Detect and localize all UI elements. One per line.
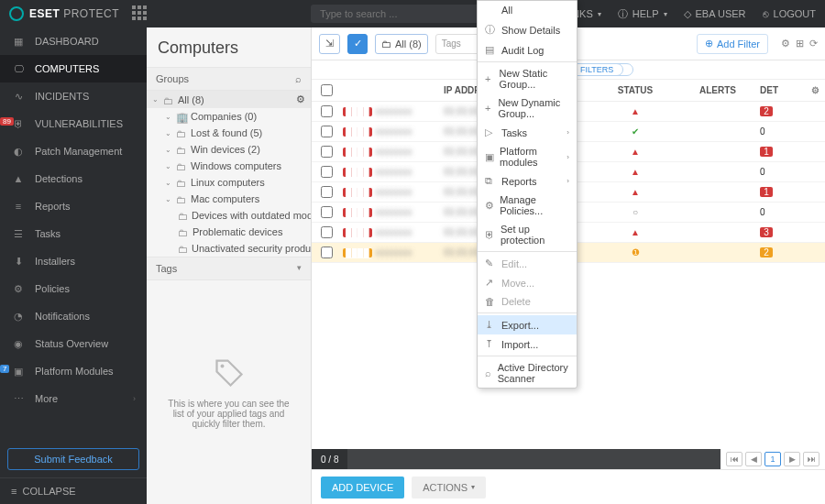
incidents-icon: ∿ [11,89,26,104]
add-device-button[interactable]: ADD DEVICE [321,477,404,499]
chevron-right-icon: › [566,177,569,185]
tree-companies[interactable]: ⌄🏢Companies (0) [147,108,311,125]
name-tag: ████ [343,148,372,157]
menu-reports[interactable]: ⧉Reports› [478,171,577,191]
warning-icon: ▲ [631,106,640,116]
menu-platform-modules[interactable]: ▣Platform modules› [478,142,577,171]
col-det[interactable]: DET [754,85,805,95]
computer-name: xxxxxxxx [376,247,412,257]
menu-setup-protection[interactable]: ⛨Set up protection [478,220,577,249]
row-checkbox[interactable] [321,126,333,137]
reports-icon: ≡ [11,199,26,214]
computer-name: xxxxxxxx [376,167,412,177]
refresh-icon[interactable]: ⟳ [809,38,818,49]
nav-more[interactable]: ⋯More› [0,385,147,412]
menu-ad-scanner[interactable]: ⌕Active Directory Scanner [478,358,577,388]
chevron-down-icon[interactable]: ▾ [297,263,302,274]
help-menu[interactable]: ⓘHELP▾ [618,7,667,21]
filter-chip-check[interactable]: ✓ [347,34,368,54]
col-alerts[interactable]: ALERTS [681,85,754,95]
search-input[interactable] [318,7,490,20]
user-menu[interactable]: ◇EBA USER [684,8,746,20]
filter-chip-scope[interactable]: 🗀All (8) [375,34,428,54]
add-filter-button[interactable]: ⊕Add Filter [697,34,768,54]
gear-icon: ⚙ [485,200,494,212]
menu-show-details[interactable]: ⓘShow Details [478,19,577,40]
det-cell: 2 [754,247,805,257]
menu-audit-log[interactable]: ▤Audit Log [478,40,577,60]
row-checkbox[interactable] [321,186,333,198]
pager-current[interactable]: 1 [764,452,781,466]
tree-win[interactable]: ⌄🗀Win devices (2) [147,141,311,158]
tree-problem[interactable]: 🗀Problematic devices [147,224,311,240]
tree-linux[interactable]: ⌄🗀Linux computers [147,174,311,191]
plus-icon: ⊕ [705,38,713,49]
actions-button[interactable]: ACTIONS▾ [412,477,486,499]
pager-last[interactable]: ⏭ [803,452,820,466]
menu-new-dynamic[interactable]: +New Dynamic Group... [478,93,577,123]
menu-tasks[interactable]: ▷Tasks› [478,123,577,142]
menu-all[interactable]: All [478,1,577,19]
tree-all[interactable]: ⌄🗀All (8)⚙ [147,91,311,108]
tree-lost[interactable]: ⌄🗀Lost & found (5) [147,125,311,141]
menu-delete: 🗑Delete [478,292,577,311]
filter-chip-subgroups[interactable]: ⇲ [319,34,340,54]
folder-icon: 🗀 [176,145,187,154]
context-menu: All ⓘShow Details ▤Audit Log +New Static… [477,0,578,389]
row-checkbox[interactable] [321,105,333,117]
tree-unact[interactable]: 🗀Unactivated security product [147,240,311,257]
row-checkbox[interactable] [321,226,333,238]
columns-icon[interactable]: ⊞ [796,38,804,49]
select-all-checkbox[interactable] [321,84,333,96]
gear-icon[interactable]: ⚙ [296,93,305,105]
nav-notifications[interactable]: ◔Notifications [0,302,147,330]
submit-feedback-button[interactable]: Submit Feedback [7,448,139,470]
app-launcher-icon[interactable] [132,5,148,22]
pager-next[interactable]: ▶ [784,452,800,466]
nav-status[interactable]: ◉Status Overview [0,330,147,357]
pager-prev[interactable]: ◀ [745,452,762,466]
chevron-down-icon: ⌄ [165,179,172,187]
chevron-down-icon: ⌄ [165,162,172,170]
svg-point-0 [10,7,23,20]
menu-export[interactable]: ⤓Export... [478,315,577,334]
row-checkbox[interactable] [321,206,333,218]
menu-new-static[interactable]: +New Static Group... [478,64,577,93]
nav-detections[interactable]: ▲Detections [0,165,147,192]
menu-manage-policies[interactable]: ⚙Manage Policies... [478,191,577,220]
row-checkbox[interactable] [321,146,333,158]
nav-dashboard[interactable]: ▦DASHBOARD [0,27,147,55]
computer-name: xxxxxxxx [376,207,412,217]
nav-incidents[interactable]: ∿INCIDENTS [0,82,147,110]
tree-wincomp[interactable]: ⌄🗀Windows computers [147,158,311,174]
group-tree: ⌄🗀All (8)⚙ ⌄🏢Companies (0) ⌄🗀Lost & foun… [147,91,311,257]
collapse-nav[interactable]: ≡ COLLAPSE [0,477,147,504]
row-checkbox[interactable] [321,166,333,178]
chevron-right-icon: › [566,153,569,161]
ip-address: 00.00.00 [444,106,479,116]
nav-reports[interactable]: ≡Reports [0,192,147,220]
nav-installers[interactable]: ⬇Installers [0,247,147,275]
gear-icon[interactable]: ⚙ [781,38,790,49]
nav-tasks[interactable]: ☰Tasks [0,220,147,247]
nav-patch[interactable]: ◐Patch Management [0,137,147,165]
menu-import[interactable]: ⤒Import... [478,334,577,354]
nav-modules[interactable]: 7▣Platform Modules [0,357,147,385]
collapse-icon: ≡ [11,486,16,497]
folder-icon: 🗀 [178,227,189,236]
nav-computers[interactable]: 🖵COMPUTERS [0,55,147,82]
row-checkbox[interactable] [321,247,333,258]
gear-icon[interactable]: ⚙ [805,85,825,95]
tree-outdated[interactable]: 🗀Devices with outdated modules [147,207,311,224]
det-cell: 1 [754,187,805,197]
col-status[interactable]: STATUS [589,85,681,95]
chevron-down-icon: ⌄ [165,129,172,137]
logout-button[interactable]: ⎋LOGOUT [763,8,816,19]
tree-mac[interactable]: ⌄🗀Mac computers [147,191,311,207]
page-title: Computers [158,38,300,58]
nav-vulnerabilities[interactable]: 89⛨VULNERABILITIES [0,110,147,137]
nav-policies[interactable]: ⚙Policies [0,275,147,302]
trash-icon: 🗑 [485,296,496,307]
pager-first[interactable]: ⏮ [726,452,742,466]
search-icon[interactable]: ⌕ [295,73,302,84]
